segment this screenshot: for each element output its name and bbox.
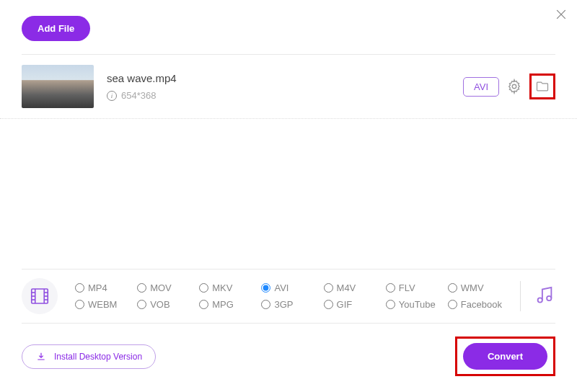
format-radio[interactable]: [261, 283, 270, 293]
format-radio[interactable]: [448, 283, 457, 293]
convert-highlight: Convert: [455, 337, 555, 376]
add-file-button[interactable]: Add File: [22, 16, 90, 41]
format-label: 3GP: [274, 299, 293, 310]
gear-icon: [506, 79, 522, 94]
info-icon[interactable]: i: [107, 91, 117, 101]
format-option-vob[interactable]: VOB: [137, 299, 196, 310]
format-label: GIF: [337, 299, 353, 310]
file-info: sea wave.mp4 i 654*368: [107, 72, 463, 101]
footer: Install Desktop Version Convert: [0, 324, 577, 392]
format-label: M4V: [337, 282, 356, 293]
formats-grid: MP4MOVMKVAVIM4VFLVWMVWEBMVOBMPG3GPGIFYou…: [75, 282, 507, 310]
audio-tab[interactable]: [534, 284, 555, 308]
format-label: YouTube: [399, 299, 436, 310]
format-label: MP4: [88, 282, 107, 293]
file-name: sea wave.mp4: [107, 72, 463, 84]
file-resolution: 654*368: [121, 90, 156, 101]
format-badge[interactable]: AVI: [463, 77, 499, 97]
format-option-mov[interactable]: MOV: [137, 282, 196, 293]
format-label: WMV: [461, 282, 484, 293]
convert-button[interactable]: Convert: [463, 343, 547, 370]
format-panel: MP4MOVMKVAVIM4VFLVWMVWEBMVOBMPG3GPGIFYou…: [22, 269, 555, 324]
format-option-mp4[interactable]: MP4: [75, 282, 134, 293]
format-option-mpg[interactable]: MPG: [199, 299, 258, 310]
format-radio[interactable]: [199, 283, 208, 293]
format-option-wmv[interactable]: WMV: [448, 282, 507, 293]
download-icon: [35, 351, 47, 362]
format-label: WEBM: [88, 299, 117, 310]
format-label: MOV: [150, 282, 172, 293]
close-button[interactable]: [554, 7, 568, 24]
svg-point-2: [512, 84, 516, 89]
panel-divider: [520, 281, 521, 311]
install-desktop-button[interactable]: Install Desktop Version: [22, 344, 156, 369]
film-icon: [29, 285, 50, 307]
format-radio[interactable]: [75, 283, 84, 293]
format-label: MPG: [212, 299, 234, 310]
header: Add File: [0, 0, 577, 54]
format-option-avi[interactable]: AVI: [261, 282, 320, 293]
format-option-flv[interactable]: FLV: [386, 282, 445, 293]
format-label: AVI: [274, 282, 288, 293]
video-tab[interactable]: [22, 278, 58, 314]
video-thumbnail[interactable]: [22, 65, 94, 108]
format-label: FLV: [399, 282, 415, 293]
close-icon: [554, 7, 568, 22]
install-label: Install Desktop Version: [54, 352, 142, 362]
music-icon: [534, 284, 555, 306]
format-radio[interactable]: [261, 300, 270, 309]
format-radio[interactable]: [199, 300, 208, 309]
format-radio[interactable]: [324, 283, 333, 293]
format-option-mkv[interactable]: MKV: [199, 282, 258, 293]
format-option-webm[interactable]: WEBM: [75, 299, 134, 310]
format-label: Facebook: [461, 299, 502, 310]
format-radio[interactable]: [75, 300, 84, 309]
format-label: MKV: [212, 282, 232, 293]
folder-button[interactable]: [534, 78, 551, 95]
format-option-gif[interactable]: GIF: [324, 299, 383, 310]
file-row: sea wave.mp4 i 654*368 AVI: [0, 55, 577, 119]
format-option-youtube[interactable]: YouTube: [386, 299, 445, 310]
format-radio[interactable]: [324, 300, 333, 309]
format-option-m4v[interactable]: M4V: [324, 282, 383, 293]
format-option-3gp[interactable]: 3GP: [261, 299, 320, 310]
format-radio[interactable]: [386, 283, 395, 293]
format-option-facebook[interactable]: Facebook: [448, 299, 507, 310]
folder-icon: [535, 79, 550, 94]
format-radio[interactable]: [448, 300, 457, 309]
format-radio[interactable]: [137, 283, 146, 293]
settings-button[interactable]: [506, 79, 522, 94]
folder-highlight: [529, 74, 555, 99]
format-radio[interactable]: [137, 300, 146, 309]
format-label: VOB: [150, 299, 169, 310]
format-radio[interactable]: [386, 300, 395, 309]
